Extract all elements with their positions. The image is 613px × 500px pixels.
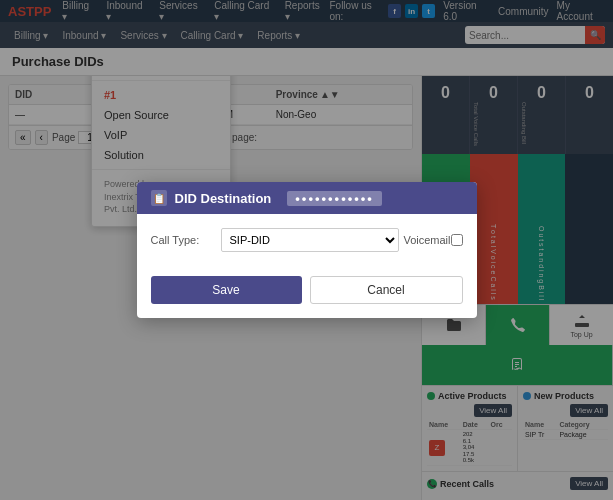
modal-header: 📋 DID Destination •••••••••••• (137, 182, 477, 214)
modal-body: Call Type: SIP-DID Voicemail (137, 214, 477, 276)
call-type-select[interactable]: SIP-DID (221, 228, 400, 252)
voicemail-checkbox[interactable] (451, 234, 463, 246)
voicemail-label: Voicemail (403, 234, 450, 246)
modal-overlay: 📋 DID Destination •••••••••••• Call Type… (0, 0, 613, 500)
modal-masked-value: •••••••••••• (287, 191, 382, 206)
call-type-label: Call Type: (151, 234, 221, 246)
cancel-button[interactable]: Cancel (310, 276, 463, 304)
did-destination-modal: 📋 DID Destination •••••••••••• Call Type… (137, 182, 477, 318)
modal-title: DID Destination (175, 191, 272, 206)
call-type-row: Call Type: SIP-DID Voicemail (151, 228, 463, 252)
save-button[interactable]: Save (151, 276, 302, 304)
modal-footer: Save Cancel (137, 276, 477, 318)
modal-header-icon: 📋 (151, 190, 167, 206)
